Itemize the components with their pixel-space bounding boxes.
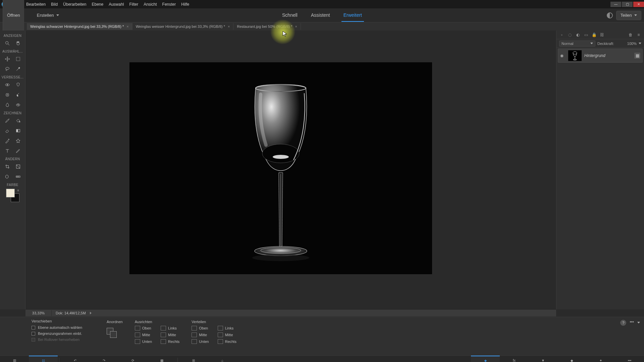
dock-tooloptions[interactable]: ☷WZ-Optionen xyxy=(29,356,58,362)
mode-quick[interactable]: Schnell xyxy=(280,9,300,22)
gradient-tool[interactable] xyxy=(14,127,22,135)
close-tab-icon[interactable]: × xyxy=(228,24,230,28)
close-button[interactable]: ✕ xyxy=(633,2,644,7)
wand-tool[interactable] xyxy=(14,65,22,73)
adjustment-layer-icon[interactable]: ◐ xyxy=(575,32,581,38)
align-bottom[interactable]: Unten xyxy=(135,339,152,344)
create-dropdown[interactable]: Erstellen xyxy=(37,13,59,18)
color-swatches[interactable]: ⤭ xyxy=(6,189,19,202)
align-center[interactable]: Mitte xyxy=(161,333,179,337)
dock-rotate[interactable]: ⟳Drehen xyxy=(118,356,147,362)
lasso-tool[interactable] xyxy=(3,65,11,73)
delete-layer-icon[interactable]: 🗑 xyxy=(628,32,633,38)
options-menu-icon[interactable]: ••• xyxy=(630,320,634,324)
dock-photobin[interactable]: ▥Fotobereich xyxy=(0,356,29,362)
straighten-tool[interactable] xyxy=(14,173,22,181)
align-left[interactable]: Links xyxy=(161,326,179,330)
eyedropper-tool[interactable] xyxy=(3,137,11,145)
doc-tab-1[interactable]: Weinglas schwarzer Hintergrund.jpg bei 3… xyxy=(27,23,132,30)
dist-middle[interactable]: Mitte xyxy=(192,333,209,337)
close-tab-icon[interactable]: × xyxy=(126,24,128,28)
eraser-tool[interactable] xyxy=(3,127,11,135)
opt-bounding-box[interactable]: Begrenzungsrahmen einbl. xyxy=(32,330,96,337)
theme-toggle-icon[interactable] xyxy=(607,12,613,18)
close-tab-icon[interactable]: × xyxy=(295,24,297,28)
dock-organizer[interactable]: ⊞Organizer xyxy=(179,356,208,362)
dist-right[interactable]: Rechts xyxy=(218,339,236,344)
whitenteeth-tool[interactable] xyxy=(14,81,22,89)
menu-window[interactable]: Fenster xyxy=(162,2,176,7)
new-layer-icon[interactable]: ▫ xyxy=(559,32,565,38)
dock-undo[interactable]: ↶Rückgängig xyxy=(61,356,90,362)
align-middle[interactable]: Mitte xyxy=(135,333,152,337)
lock-layer-icon[interactable]: 🔒 xyxy=(591,32,597,38)
swap-colors-icon[interactable]: ⤭ xyxy=(17,189,19,192)
doc-tab-2[interactable]: Weinglas weisser Hintergrund.jpg bei 33,… xyxy=(132,23,234,30)
opacity-value[interactable]: 100% xyxy=(627,42,637,46)
link-layers-icon[interactable]: ⛓ xyxy=(599,32,605,38)
contentaware-tool[interactable] xyxy=(3,173,11,181)
blur-tool[interactable] xyxy=(3,101,11,109)
opt-auto-select[interactable]: Ebene automatisch wählen xyxy=(32,324,96,330)
dock-graphics[interactable]: ✦Grafiken xyxy=(586,356,615,362)
pencil-tool[interactable] xyxy=(14,147,22,155)
brush-tool[interactable] xyxy=(3,117,11,125)
zoom-tool[interactable] xyxy=(3,39,11,47)
paintbucket-tool[interactable] xyxy=(14,117,22,125)
dist-left[interactable]: Links xyxy=(218,326,236,330)
dock-styles[interactable]: ◆Stile xyxy=(557,356,586,362)
help-icon[interactable]: ? xyxy=(620,320,626,326)
menu-help[interactable]: Hilfe xyxy=(181,2,189,7)
visibility-toggle-icon[interactable]: ◉ xyxy=(560,53,566,58)
marquee-tool[interactable] xyxy=(14,55,22,63)
blend-mode-select[interactable]: Normal xyxy=(559,41,595,47)
layer-name[interactable]: Hintergrund xyxy=(584,53,605,58)
menu-select[interactable]: Auswahl xyxy=(109,2,124,7)
menu-image[interactable]: Bild xyxy=(51,2,58,7)
dock-effects[interactable]: fxEffekte xyxy=(500,356,529,362)
dist-center[interactable]: Mitte xyxy=(218,333,236,337)
crop-tool[interactable] xyxy=(3,163,11,171)
mode-expert[interactable]: Erweitert xyxy=(341,9,364,22)
mode-guided[interactable]: Assistent xyxy=(309,9,332,22)
layer-lock-icon[interactable]: ▦ xyxy=(634,53,640,59)
recompose-tool[interactable] xyxy=(14,163,22,171)
panel-menu-icon[interactable]: ≡ xyxy=(636,32,641,38)
canvas-area[interactable] xyxy=(25,31,556,309)
maximize-button[interactable]: ▢ xyxy=(622,2,633,7)
dock-more[interactable]: •••Mehr xyxy=(615,356,644,362)
doc-size[interactable]: Dok: 14,4M/12,5M xyxy=(52,311,90,315)
type-tool[interactable] xyxy=(3,147,11,155)
share-button[interactable]: Teilen xyxy=(616,11,641,20)
align-top[interactable]: Oben xyxy=(135,326,152,330)
dist-top[interactable]: Oben xyxy=(192,326,209,330)
shape-tool[interactable] xyxy=(14,137,22,145)
clone-tool[interactable] xyxy=(14,91,22,99)
healingbrush-tool[interactable] xyxy=(3,91,11,99)
dock-redo[interactable]: ↷Wiederholen xyxy=(90,356,118,362)
layer-row[interactable]: ◉ Hintergrund ▦ xyxy=(558,49,643,63)
foreground-color-swatch[interactable] xyxy=(6,189,15,197)
redeye-tool[interactable] xyxy=(3,81,11,89)
menu-enhance[interactable]: Überarbeiten xyxy=(63,2,86,7)
minimize-button[interactable]: — xyxy=(610,2,621,7)
collapse-options-icon[interactable] xyxy=(637,320,640,324)
dock-filter[interactable]: ▼Filter xyxy=(529,356,557,362)
hand-tool[interactable] xyxy=(14,39,22,47)
zoom-level[interactable]: 33,33% xyxy=(25,310,52,316)
triangle-right-icon[interactable] xyxy=(90,312,92,314)
new-group-icon[interactable]: ◌ xyxy=(567,32,573,38)
menu-filter[interactable]: Filter xyxy=(129,2,139,7)
align-right[interactable]: Rechts xyxy=(161,339,179,344)
dock-home[interactable]: ⌂Start xyxy=(208,356,237,362)
menu-view[interactable]: Ansicht xyxy=(144,2,157,7)
sponge-tool[interactable] xyxy=(14,101,22,109)
dist-bottom[interactable]: Unten xyxy=(192,339,209,344)
arrange-icon[interactable] xyxy=(107,328,119,340)
menu-layer[interactable]: Ebene xyxy=(92,2,103,7)
mask-icon[interactable]: ▭ xyxy=(583,32,589,38)
move-tool[interactable] xyxy=(3,55,11,63)
dock-layout[interactable]: ▦Layout xyxy=(147,356,176,362)
dock-layers[interactable]: ❖Ebenen xyxy=(471,356,500,362)
doc-tab-3[interactable]: Restaurant.jpg bei 50% (RGB/8) *× xyxy=(233,23,301,30)
